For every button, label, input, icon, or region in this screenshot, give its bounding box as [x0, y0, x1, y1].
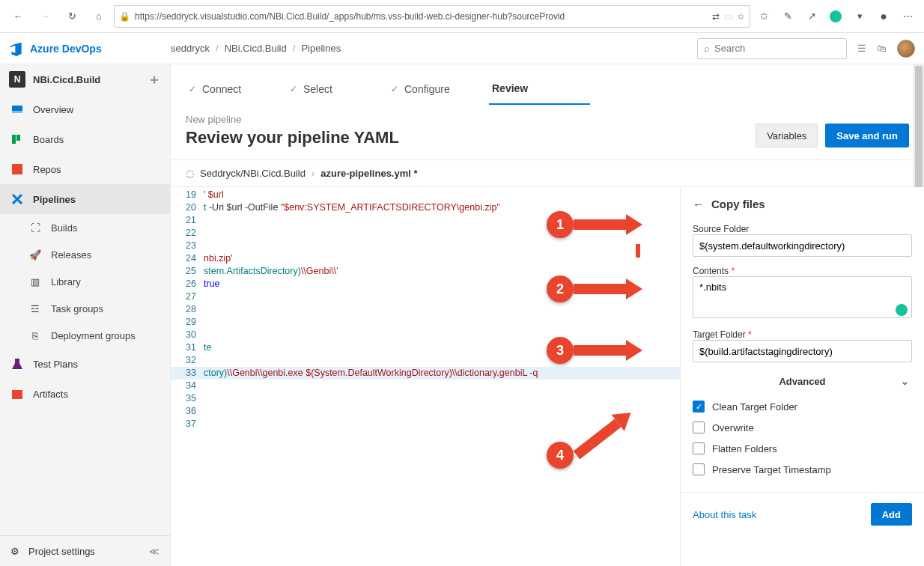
breadcrumb-org[interactable]: seddryck — [171, 43, 210, 54]
collapse-icon[interactable]: ≪ — [149, 546, 159, 557]
app-header: Azure DevOps seddryck / NBi.Cicd.Build /… — [0, 33, 924, 64]
checkbox[interactable] — [693, 463, 705, 475]
breadcrumb: seddryck / NBi.Cicd.Build / Pipelines — [171, 43, 697, 54]
add-project-icon[interactable]: ＋ — [148, 70, 161, 88]
code-line[interactable]: 22 — [171, 227, 680, 240]
pocket-icon[interactable]: ▾ — [849, 6, 870, 27]
breadcrumb-project[interactable]: NBi.Cicd.Build — [225, 43, 287, 54]
sidebar-item-pipelines[interactable]: Pipelines — [0, 184, 170, 214]
step-connect[interactable]: ✓Connect — [186, 76, 287, 105]
code-line[interactable]: 33ctory)\\Genbi\\genbi.exe $(System.Defa… — [171, 367, 680, 380]
code-line[interactable]: 25stem.ArtifactsDirectory)\\Genbi\\' — [171, 265, 680, 278]
contents-input[interactable]: *.nbits — [693, 276, 912, 318]
code-line[interactable]: 36 — [171, 405, 680, 418]
list-view-icon[interactable]: ☰ — [857, 43, 866, 54]
pinterest-icon[interactable]: ● — [873, 6, 894, 27]
favorites-bar-icon[interactable]: ✩ — [753, 6, 774, 27]
code-line[interactable]: 26true — [171, 278, 680, 290]
home-icon[interactable]: ⌂ — [87, 4, 111, 28]
code-line[interactable]: 24nbi.zip' — [171, 252, 680, 265]
step-label: Select — [303, 83, 332, 95]
brand[interactable]: Azure DevOps — [9, 41, 171, 56]
sidebar-sub-library[interactable]: ▥Library — [0, 268, 170, 295]
favorite-icon[interactable]: ☆ — [737, 11, 745, 22]
global-search[interactable]: ⌕ — [697, 38, 847, 59]
checkbox[interactable] — [693, 422, 705, 433]
code-line[interactable]: 34 — [171, 380, 680, 392]
step-configure[interactable]: ✓Configure — [388, 76, 489, 105]
code-line[interactable]: 19' $url — [171, 189, 680, 201]
sidebar-sub-releases[interactable]: 🚀Releases — [0, 241, 170, 268]
code-line[interactable]: 32 — [171, 354, 680, 367]
checkbox-row[interactable]: ✓Clean Target Folder — [693, 401, 912, 413]
sidebar-sub-builds[interactable]: ⛶Builds — [0, 214, 170, 241]
search-input[interactable] — [714, 43, 840, 54]
checkbox[interactable] — [693, 442, 705, 454]
code-line[interactable]: 30 — [171, 329, 680, 341]
code-line[interactable]: 21 — [171, 214, 680, 227]
add-button[interactable]: Add — [871, 503, 912, 526]
back-icon[interactable]: ← — [693, 198, 704, 210]
code-line[interactable]: 23 — [171, 240, 680, 252]
sidebar-sub-taskgroups[interactable]: ☲Task groups — [0, 295, 170, 322]
user-avatar[interactable] — [897, 40, 915, 58]
checkbox-row[interactable]: Overwrite — [693, 422, 912, 433]
shopping-bag-icon[interactable]: 🛍 — [877, 43, 887, 54]
checkbox[interactable]: ✓ — [693, 401, 705, 413]
save-and-run-button[interactable]: Save and run — [825, 124, 909, 147]
step-review[interactable]: Review — [489, 76, 590, 105]
deployment-icon: ⎘ — [28, 329, 42, 342]
forward-icon[interactable]: → — [33, 4, 57, 28]
share-icon[interactable]: ↗ — [801, 6, 822, 27]
azure-devops-icon — [9, 41, 24, 56]
reader-icon[interactable]: ▭ — [724, 11, 732, 22]
checkbox-label: Flatten Folders — [712, 443, 777, 454]
svg-rect-5 — [12, 390, 22, 399]
step-label: Configure — [404, 83, 450, 95]
testplans-icon — [10, 357, 24, 371]
notes-icon[interactable]: ✎ — [777, 6, 798, 27]
sidebar-item-label: Library — [51, 276, 81, 287]
code-line[interactable]: 28 — [171, 303, 680, 316]
checkbox-row[interactable]: Flatten Folders — [693, 442, 912, 454]
advanced-toggle[interactable]: Advanced ⌄ — [693, 371, 912, 392]
step-select[interactable]: ✓Select — [287, 76, 388, 105]
sidebar-item-repos[interactable]: Repos — [0, 154, 170, 184]
grammarly-icon[interactable] — [825, 6, 846, 27]
code-line[interactable]: 31te — [171, 341, 680, 354]
sidebar-item-artifacts[interactable]: Artifacts — [0, 379, 170, 409]
sidebar-item-boards[interactable]: Boards — [0, 124, 170, 154]
sidebar-item-label: Overview — [33, 104, 73, 115]
breadcrumb-section[interactable]: Pipelines — [301, 43, 341, 54]
refresh-icon[interactable]: ↻ — [60, 4, 84, 28]
code-line[interactable]: 29 — [171, 316, 680, 329]
yaml-editor[interactable]: 19' $url20t -Uri $url -OutFile "$env:SYS… — [171, 187, 680, 566]
brand-label: Azure DevOps — [30, 43, 102, 55]
source-folder-input[interactable] — [693, 234, 912, 257]
search-icon: ⌕ — [704, 43, 710, 54]
project-settings[interactable]: ⚙ Project settings ≪ — [0, 536, 170, 566]
code-line[interactable]: 37 — [171, 418, 680, 430]
source-folder-label: Source Folder — [693, 224, 912, 234]
about-task-link[interactable]: About this task — [693, 509, 756, 520]
sidebar-sub-deployment[interactable]: ⎘Deployment groups — [0, 322, 170, 349]
address-bar[interactable]: 🔒 ⇄ ▭ ☆ — [114, 5, 750, 28]
svg-rect-3 — [16, 135, 20, 141]
sidebar-item-label: Task groups — [51, 303, 103, 314]
url-input[interactable] — [135, 11, 708, 22]
more-icon[interactable]: ⋯ — [897, 6, 918, 27]
sidebar-item-testplans[interactable]: Test Plans — [0, 349, 170, 379]
repo-name[interactable]: Seddryck/NBi.Cicd.Build — [200, 168, 306, 179]
target-folder-input[interactable] — [693, 340, 912, 362]
project-selector[interactable]: N NBi.Cicd.Build ＋ — [0, 64, 170, 94]
code-line[interactable]: 27 — [171, 290, 680, 303]
code-line[interactable]: 20t -Uri $url -OutFile "$env:SYSTEM_ARTI… — [171, 201, 680, 214]
variables-button[interactable]: Variables — [756, 124, 818, 147]
back-icon[interactable]: ← — [6, 4, 30, 28]
translate-icon[interactable]: ⇄ — [712, 11, 720, 22]
check-icon: ✓ — [290, 84, 297, 94]
checkbox-row[interactable]: Preserve Target Timestamp — [693, 463, 912, 475]
sidebar-item-overview[interactable]: Overview — [0, 94, 170, 124]
code-line[interactable]: 35 — [171, 392, 680, 405]
target-folder-label: Target Folder * — [693, 329, 912, 340]
